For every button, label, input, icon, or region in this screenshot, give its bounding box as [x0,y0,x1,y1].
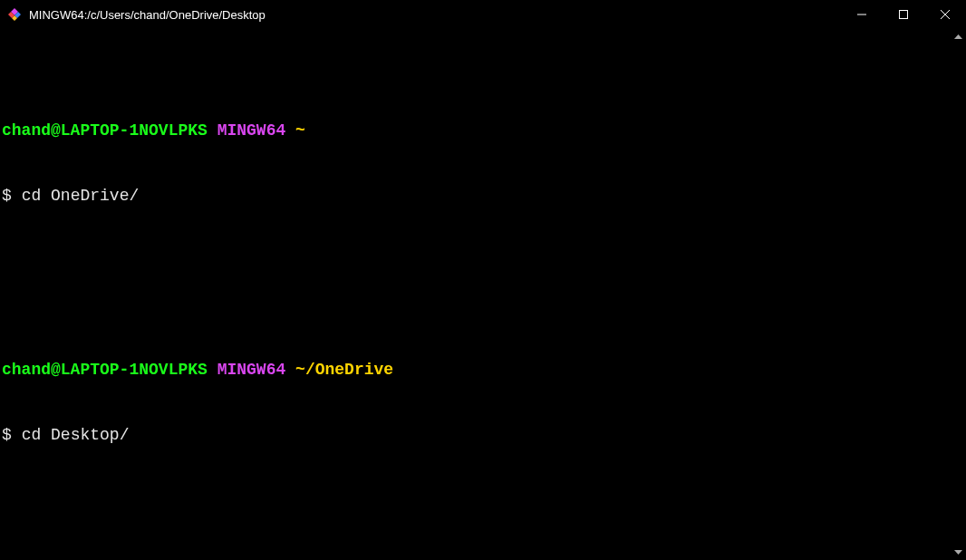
prompt-block: chand@LAPTOP-1NOVLPKS MINGW64 ~/OneDrive… [2,555,947,560]
prompt-user: chand@LAPTOP-1NOVLPKS [2,121,208,140]
prompt-dollar: $ [2,187,12,205]
prompt-path: ~ [295,121,305,140]
close-button[interactable] [924,0,966,29]
svg-marker-9 [954,34,962,39]
command-text: cd Desktop/ [22,426,130,444]
terminal-body[interactable]: chand@LAPTOP-1NOVLPKS MINGW64 ~ $ cd One… [0,29,951,560]
prompt-env: MINGW64 [217,361,286,379]
prompt-block: chand@LAPTOP-1NOVLPKS MINGW64 ~ $ cd One… [2,76,947,250]
svg-rect-6 [900,11,908,19]
titlebar: MINGW64:/c/Users/chand/OneDrive/Desktop [0,0,966,29]
window-controls [841,0,966,29]
prompt-env: MINGW64 [217,121,286,140]
svg-marker-10 [954,550,962,555]
prompt-dollar: $ [2,426,12,444]
prompt-block: chand@LAPTOP-1NOVLPKS MINGW64 ~/OneDrive… [2,315,947,489]
prompt-path: ~/OneDrive [295,361,393,379]
window-title: MINGW64:/c/Users/chand/OneDrive/Desktop [29,8,841,22]
app-icon [7,7,22,22]
maximize-button[interactable] [883,0,924,29]
command-text: cd OneDrive/ [22,187,140,205]
minimize-button[interactable] [841,0,883,29]
scrollbar[interactable] [951,29,966,560]
prompt-user: chand@LAPTOP-1NOVLPKS [2,361,208,379]
scroll-down-icon[interactable] [951,545,966,560]
scroll-up-icon[interactable] [951,29,966,44]
